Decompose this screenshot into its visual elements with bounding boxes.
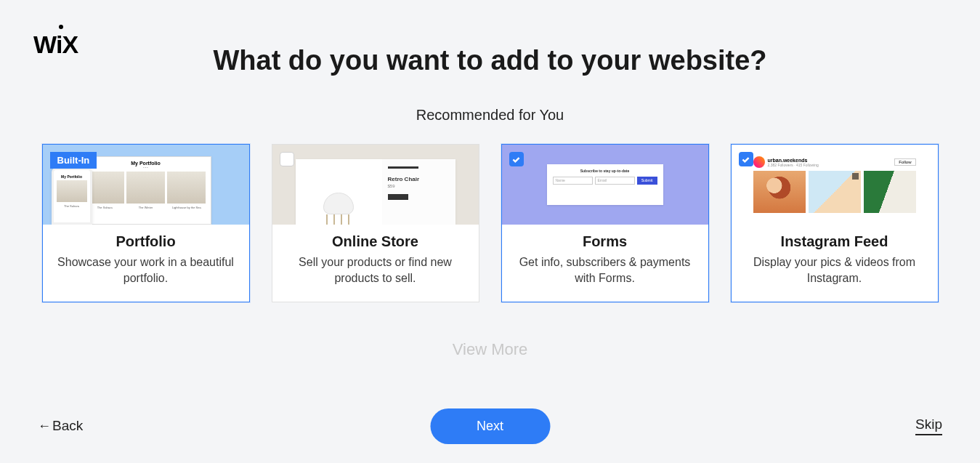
card-online-store[interactable]: Retro Chair $59 Online Store Sell your p… — [272, 144, 479, 302]
view-more-link[interactable]: View More — [0, 340, 980, 359]
card-preview: Subscribe to stay up-to-date Name Email … — [502, 145, 708, 225]
card-desc: Get info, subscribers & payments with Fo… — [515, 254, 695, 287]
card-portfolio[interactable]: Built-In My Portfolio • • • The Sahara T… — [42, 144, 250, 302]
preview-title: My Portfolio — [86, 161, 206, 166]
card-title: Forms — [515, 233, 695, 250]
feature-cards: Built-In My Portfolio • • • The Sahara T… — [0, 144, 980, 302]
card-forms[interactable]: Subscribe to stay up-to-date Name Email … — [501, 144, 709, 302]
card-title: Portfolio — [56, 233, 236, 250]
preview-subtitle: • • • — [86, 166, 206, 169]
card-title: Instagram Feed — [745, 233, 925, 250]
checkbox-checked-icon[interactable] — [739, 152, 753, 166]
avatar-icon — [753, 156, 765, 168]
page-subtitle: Recommended for You — [0, 107, 980, 124]
next-button[interactable]: Next — [430, 408, 550, 444]
card-title: Online Store — [286, 233, 466, 250]
back-button[interactable]: ←Back — [38, 418, 83, 434]
builtin-badge: Built-In — [50, 152, 97, 169]
page-title: What do you want to add to your website? — [0, 45, 980, 76]
card-desc: Showcase your work in a beautiful portfo… — [56, 254, 236, 287]
arrow-left-icon: ← — [38, 419, 51, 434]
skip-button[interactable]: Skip — [915, 416, 942, 435]
card-desc: Sell your products or find new products … — [286, 254, 466, 287]
card-preview: Retro Chair $59 — [272, 145, 479, 225]
checkbox-unchecked-icon[interactable] — [280, 152, 294, 166]
card-desc: Display your pics & videos from Instagra… — [745, 254, 925, 287]
card-preview: urban.weekends 2,382 Followers · 415 Fol… — [732, 145, 938, 225]
checkbox-checked-icon[interactable] — [509, 152, 524, 166]
card-instagram-feed[interactable]: urban.weekends 2,382 Followers · 415 Fol… — [731, 144, 939, 302]
wix-logo: WiX — [33, 31, 78, 59]
